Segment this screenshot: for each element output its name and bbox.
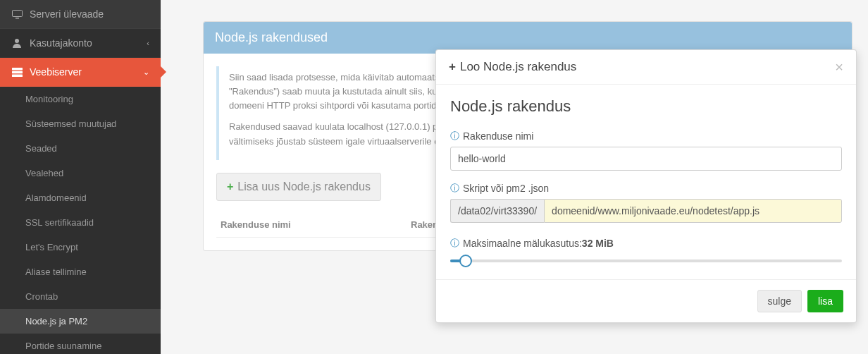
svg-rect-1: [16, 18, 19, 19]
monitor-icon: [11, 8, 23, 20]
memory-value: 32 MiB: [582, 238, 614, 249]
script-path-input[interactable]: [544, 199, 842, 223]
sidebar-subitem[interactable]: Alamdomeenid: [0, 185, 161, 210]
submit-button[interactable]: lisa: [807, 290, 843, 312]
info-icon: ⓘ: [450, 182, 459, 195]
plus-icon: +: [449, 60, 456, 74]
sidebar-item-webserver[interactable]: Veebiserver ⌄: [0, 58, 161, 87]
sidebar-label: Serveri ülevaade: [30, 8, 149, 20]
script-label: ⓘ Skript või pm2 .json: [450, 182, 842, 195]
chevron-left-icon: ‹: [147, 39, 149, 47]
sidebar-label: Veebiserver: [30, 66, 143, 78]
memory-label: ⓘ Maksimaalne mälukasutus: 32 MiB: [450, 237, 842, 250]
sidebar-item-account[interactable]: Kasutajakonto ‹: [0, 29, 161, 58]
add-button-label: Lisa uus Node.js rakendus: [237, 181, 371, 193]
plus-icon: +: [227, 181, 233, 193]
create-nodejs-modal: + Loo Node.js rakendus × Node.js rakendu…: [435, 49, 857, 323]
svg-rect-3: [12, 68, 23, 71]
info-icon: ⓘ: [450, 130, 459, 142]
name-label: ⓘ Rakenduse nimi: [450, 130, 842, 142]
add-nodejs-button[interactable]: + Lisa uus Node.js rakendus: [216, 173, 381, 201]
sidebar-subitem[interactable]: Crontab: [0, 284, 161, 309]
chevron-down-icon: ⌄: [143, 68, 149, 77]
slider-track: [450, 260, 842, 262]
sidebar-subitem[interactable]: SSL sertifikaadid: [0, 210, 161, 235]
sidebar-subitem[interactable]: Monitooring: [0, 87, 161, 111]
modal-heading: Node.js rakendus: [450, 97, 842, 116]
sidebar-label: Kasutajakonto: [30, 37, 147, 49]
app-name-input[interactable]: [450, 147, 842, 171]
close-icon[interactable]: ×: [835, 60, 843, 74]
memory-slider[interactable]: [450, 254, 842, 268]
sidebar-subitem[interactable]: Vealehed: [0, 161, 161, 185]
sidebar-item-overview[interactable]: Serveri ülevaade: [0, 0, 161, 29]
cancel-button[interactable]: sulge: [757, 290, 802, 312]
script-prefix: /data02/virt33390/: [450, 199, 544, 223]
server-icon: [11, 66, 23, 78]
sidebar-subitem[interactable]: Süsteemsed muutujad: [0, 111, 161, 136]
svg-rect-0: [12, 10, 22, 16]
column-name: Rakenduse nimi: [221, 219, 411, 230]
svg-point-2: [15, 39, 19, 43]
sidebar-subitem[interactable]: Seaded: [0, 136, 161, 161]
sidebar-subitem[interactable]: Portide suunamine: [0, 334, 161, 354]
sidebar-subitem[interactable]: Node.js ja PM2: [0, 309, 161, 334]
info-icon: ⓘ: [450, 237, 459, 250]
user-icon: [11, 37, 23, 49]
svg-rect-5: [12, 74, 23, 77]
sidebar-subitem[interactable]: Aliase tellimine: [0, 260, 161, 284]
svg-rect-4: [12, 71, 23, 73]
sidebar-subitem[interactable]: Let's Encrypt: [0, 235, 161, 260]
slider-handle[interactable]: [459, 255, 472, 267]
modal-title: + Loo Node.js rakendus: [449, 60, 576, 74]
sidebar: Serveri ülevaade Kasutajakonto ‹ Veebise…: [0, 0, 161, 354]
